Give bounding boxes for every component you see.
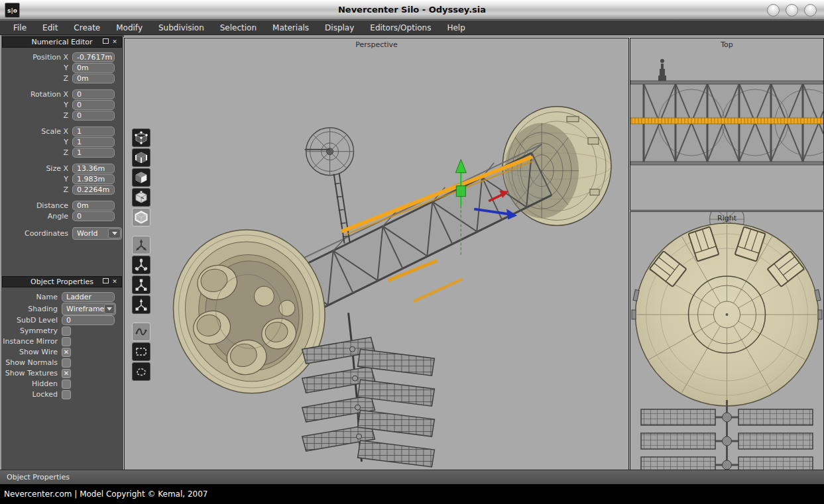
top-canvas[interactable] (630, 38, 823, 210)
right-canvas[interactable] (630, 212, 823, 470)
show-normals-checkbox[interactable] (62, 358, 71, 368)
universal-manipulator-icon (134, 297, 148, 312)
hidden-checkbox[interactable] (62, 379, 71, 389)
menu-modify[interactable]: Modify (108, 21, 150, 34)
footer-text: Nevercenter.com | Model Copyright © Kema… (4, 489, 207, 499)
perspective-canvas[interactable] (125, 38, 628, 470)
menu-help[interactable]: Help (439, 21, 473, 34)
position-y-field[interactable]: 0m (72, 63, 115, 73)
menu-edit[interactable]: Edit (34, 21, 66, 34)
vertex-mode-button[interactable] (132, 128, 150, 147)
window-title: Nevercenter Silo - Odyssey.sia (0, 5, 824, 15)
panel-minimize-icon[interactable] (101, 37, 110, 47)
shading-dropdown[interactable]: Wireframe (62, 303, 116, 315)
silo-logo-icon: s|o (5, 3, 20, 18)
element-mode-icon (134, 190, 148, 205)
object-mode-button[interactable] (132, 208, 150, 227)
position-x-field[interactable]: -0.7617m (72, 52, 115, 62)
size-y-field[interactable]: 1.983m (72, 174, 115, 184)
rotation-z-field[interactable]: 0 (72, 111, 115, 121)
tweak-tool-icon (134, 325, 148, 339)
position-z-field[interactable]: 0m (72, 74, 115, 83)
manipulator-toolbar (132, 236, 150, 314)
locked-checkbox[interactable] (62, 390, 71, 399)
edge-mode-icon (134, 150, 148, 165)
menu-selection[interactable]: Selection (212, 21, 265, 34)
face-mode-button[interactable] (132, 168, 150, 187)
size-z-field[interactable]: 0.2264m (72, 185, 115, 195)
panel-close-icon[interactable]: ✕ (110, 37, 119, 47)
maximize-button[interactable] (786, 4, 798, 17)
lasso-select-icon (134, 364, 148, 379)
window-frame-edge (0, 35, 1, 470)
radar-dish[interactable] (305, 128, 354, 244)
object-properties-panel: Object Properties ✕ NameLadder Shading W… (2, 276, 122, 400)
selection-style-toolbar (132, 323, 150, 381)
scale-z-field[interactable]: 1 (72, 148, 115, 158)
show-textures-checkbox[interactable]: ✕ (62, 369, 71, 378)
angle-field[interactable]: 0 (72, 211, 115, 221)
scale-x-field[interactable]: 1 (72, 126, 115, 136)
menu-subdivision[interactable]: Subdivision (150, 21, 212, 34)
left-panel-column: Numerical Editor ✕ Position X-0.7617m Y0… (0, 35, 124, 470)
menu-materials[interactable]: Materials (265, 21, 317, 34)
menu-display[interactable]: Display (317, 21, 362, 34)
marquee-select-icon (134, 344, 148, 359)
close-button[interactable] (804, 4, 817, 17)
show-wire-checkbox[interactable]: ✕ (62, 348, 71, 357)
scale-tool-icon (134, 277, 148, 292)
truss-top-view[interactable] (630, 59, 823, 165)
instance-mirror-checkbox[interactable] (62, 337, 71, 346)
numerical-editor-header[interactable]: Numerical Editor ✕ (2, 36, 122, 48)
object-properties-title: Object Properties (23, 277, 101, 286)
antenna-top-view (658, 59, 666, 81)
panel-close-icon[interactable]: ✕ (110, 277, 119, 287)
silo-app-window: s|o Nevercenter Silo - Odyssey.sia File … (0, 0, 824, 504)
solar-panels-right-view[interactable] (641, 400, 813, 470)
object-properties-header[interactable]: Object Properties ✕ (2, 276, 122, 287)
vertex-mode-icon (134, 130, 148, 145)
face-mode-icon (134, 170, 148, 185)
right-viewport[interactable]: Right (630, 211, 824, 470)
status-text: Object Properties (7, 473, 70, 481)
lasso-select-button[interactable] (132, 362, 150, 381)
move-tool-icon (134, 238, 148, 252)
marquee-select-button[interactable] (132, 342, 150, 361)
edge-mode-button[interactable] (132, 148, 150, 167)
window-controls (767, 4, 817, 17)
distance-field[interactable]: 0m (72, 201, 115, 211)
chevron-down-icon[interactable] (104, 304, 115, 314)
scale-tool-button[interactable] (132, 276, 150, 294)
coordinates-dropdown[interactable]: World (72, 227, 122, 240)
title-bar[interactable]: s|o Nevercenter Silo - Odyssey.sia (0, 0, 824, 20)
numerical-editor-panel: Numerical Editor ✕ Position X-0.7617m Y0… (2, 36, 122, 240)
object-name-field[interactable]: Ladder (62, 292, 115, 302)
status-bar: Object Properties (0, 470, 824, 484)
rotate-tool-button[interactable] (132, 256, 150, 274)
rotate-tool-icon (134, 258, 148, 272)
top-viewport[interactable]: Top (630, 38, 824, 211)
universal-manipulator-button[interactable] (132, 295, 150, 314)
rotation-x-field[interactable]: 0 (72, 89, 115, 99)
scale-y-field[interactable]: 1 (72, 137, 115, 147)
ladder-highlight-top-view[interactable] (630, 118, 823, 124)
habitat-right-view[interactable] (632, 223, 822, 406)
tweak-tool-button[interactable] (132, 323, 150, 341)
menu-create[interactable]: Create (66, 21, 108, 34)
symmetry-checkbox[interactable] (62, 327, 71, 336)
element-mode-button[interactable] (132, 188, 150, 207)
move-tool-button[interactable] (132, 236, 150, 254)
panel-minimize-icon[interactable] (101, 277, 110, 287)
object-mode-icon (134, 210, 148, 225)
menu-editors-options[interactable]: Editors/Options (362, 21, 439, 34)
size-x-field[interactable]: 13.36m (72, 164, 115, 174)
selection-mode-toolbar (132, 128, 150, 227)
perspective-viewport[interactable]: Perspective (124, 38, 629, 470)
minimize-button[interactable] (767, 4, 780, 17)
menu-file[interactable]: File (5, 21, 34, 34)
subd-level-field[interactable]: 0 (62, 315, 115, 325)
rotation-y-field[interactable]: 0 (72, 100, 115, 110)
chevron-down-icon[interactable] (108, 228, 121, 238)
menu-bar: File Edit Create Modify Subdivision Sele… (0, 20, 824, 35)
numerical-editor-title: Numerical Editor (23, 38, 101, 46)
